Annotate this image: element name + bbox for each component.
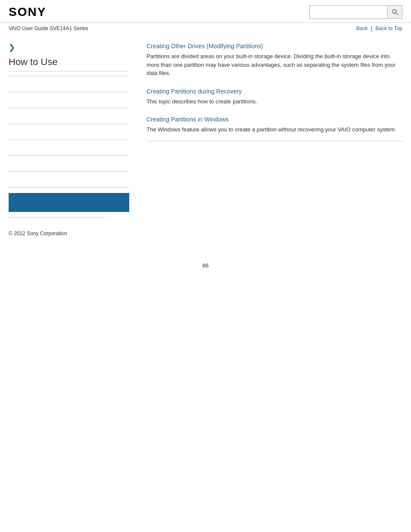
- topic-desc-3: The Windows feature allows you to create…: [146, 125, 402, 134]
- topic-desc-1: Partitions are divided areas on your bui…: [146, 52, 402, 78]
- sub-header: VAIO User Guide SVE14A1 Series Back | Ba…: [0, 23, 411, 34]
- expand-arrow-icon[interactable]: ❯: [9, 43, 15, 52]
- list-item[interactable]: [9, 112, 129, 120]
- list-item[interactable]: [9, 128, 129, 136]
- topic-desc-2: This topic describes how to create parti…: [146, 97, 402, 106]
- sidebar-divider-8: [9, 187, 129, 188]
- svg-point-0: [392, 9, 396, 13]
- topic-title-3[interactable]: Creating Partitions in Windows: [146, 116, 402, 123]
- search-icon: [392, 9, 399, 16]
- topic-section-2: Creating Partitions during Recovery This…: [146, 88, 402, 106]
- sidebar-divider-5: [9, 140, 129, 140]
- topic-title-2[interactable]: Creating Partitions during Recovery: [146, 88, 402, 95]
- sidebar-title: How to Use: [9, 56, 129, 72]
- guide-title: VAIO User Guide SVE14A1 Series: [9, 25, 88, 31]
- sidebar-divider-6: [9, 156, 129, 156]
- sidebar-divider-3: [9, 108, 129, 108]
- nav-links: Back | Back to Top: [356, 25, 402, 31]
- search-box: [309, 5, 402, 19]
- sidebar-divider-4: [9, 124, 129, 124]
- topic-section-3: Creating Partitions in Windows The Windo…: [146, 116, 402, 141]
- list-item[interactable]: [9, 144, 129, 152]
- copyright: © 2012 Sony Corporation: [9, 230, 129, 236]
- nav-separator: |: [371, 25, 374, 31]
- list-item[interactable]: [9, 96, 129, 104]
- sidebar-divider-1: [9, 76, 129, 76]
- main: ❯ How to Use © 2012 Sony Corporation Cre…: [0, 34, 411, 245]
- header: SONY: [0, 0, 411, 23]
- search-input[interactable]: [310, 6, 387, 19]
- topic-section-1: Creating Other Drives (Modifying Partiti…: [146, 43, 402, 78]
- blue-box: [9, 193, 129, 212]
- topic-divider: [146, 141, 402, 141]
- sidebar: ❯ How to Use © 2012 Sony Corporation: [9, 43, 138, 236]
- sidebar-divider-2: [9, 92, 129, 92]
- topic-title-1[interactable]: Creating Other Drives (Modifying Partiti…: [146, 43, 402, 50]
- sidebar-divider-7: [9, 171, 129, 172]
- content: Creating Other Drives (Modifying Partiti…: [138, 43, 402, 236]
- list-item[interactable]: [9, 80, 129, 88]
- svg-line-1: [396, 13, 398, 15]
- sidebar-footer-line: [9, 217, 105, 218]
- page-number: 86: [0, 262, 411, 269]
- list-item[interactable]: [9, 160, 129, 168]
- sony-logo: SONY: [9, 5, 46, 19]
- list-item[interactable]: [9, 176, 129, 184]
- search-button[interactable]: [387, 6, 402, 19]
- back-link[interactable]: Back: [356, 25, 368, 31]
- back-to-top-link[interactable]: Back to Top: [376, 25, 402, 31]
